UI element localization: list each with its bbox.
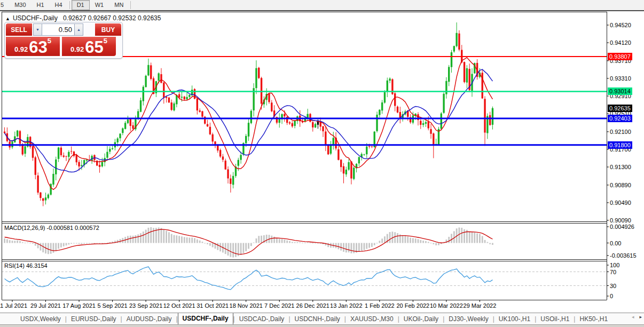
timeframe-button-h1[interactable]: H1 [32,0,50,10]
timeframe-button-m30[interactable]: M30 [9,0,31,10]
date-axis-label: 10 Mar 2022 [430,302,463,309]
date-axis-label: 11 Jul 2021 [0,302,27,309]
chart-tab-uk100[interactable]: UK100-,H1 [494,314,535,325]
tab-scroll-buttons: ◂ ▸ [632,314,642,320]
rsi-axis-label: 30 [610,283,616,289]
price-tick-label: 0.91300 [610,164,631,170]
buy-button[interactable]: BUY [95,23,121,36]
rsi-axis-label: 0 [610,293,613,299]
date-axis-label: 29 Jul 2021 [30,302,61,309]
date-axis-label: 31 Oct 2021 [197,302,229,309]
ohlc-values: 0.92627 0.92667 0.92532 0.92635 [63,14,161,22]
sell-price-main: 63 [29,39,47,55]
one-click-trade-panel: SELL ▼ 0.50 ▲ BUY 0.92 63 5 0.92 65 5 [4,22,123,59]
chart-tab-xauusd[interactable]: XAUUSD-,M30 [346,314,398,325]
chart-tab-usdcad[interactable]: USDCAD-,Daily [235,314,289,325]
chart-tab-usdchf[interactable]: USDCHF-,Daily [178,313,233,325]
rsi-indicator-label: RSI(14) 46.3154 [4,262,48,269]
price-tick-label: 0.94520 [610,22,631,28]
price-level-label-last-price: 0.92635 [608,105,632,112]
chart-title: ▲USDCHF-,Daily0.92627 0.92667 0.92532 0.… [5,14,161,22]
date-axis-label: 13 Jan 2022 [330,302,363,309]
chart-tab-hk50[interactable]: HK50-,H1 [575,314,612,325]
buy-price-button[interactable]: 0.92 65 5 [62,37,116,56]
buy-price-prefix: 0.92 [70,44,84,55]
price-level-label-resistance: 0.93807 [608,53,632,60]
sell-price-button[interactable]: 0.92 63 5 [6,37,60,56]
price-tick-label: 0.90490 [610,200,631,206]
macd-axis-label: 0.004926 [610,224,634,230]
date-axis-label: 20 Feb 2022 [396,302,429,309]
chart-tab-usoil[interactable]: USOil-,H1 [536,314,574,325]
chart-tab-dj30[interactable]: DJ30-,Weekly [444,314,492,325]
buy-price-pip: 5 [104,38,107,44]
volume-stepper: ▼ 0.50 ▲ [33,23,83,36]
sell-button[interactable]: SELL [6,23,32,36]
timeframe-button-d1[interactable]: D1 [72,0,90,10]
timeframe-toolbar: 5M30H1H4D1W1MN [0,0,644,11]
rsi-axis-label: 70 [610,269,616,275]
timeframe-button-5[interactable]: 5 [0,0,9,10]
toolbar-separator [69,1,70,9]
chart-tab-audusd[interactable]: AUDUSD-,Daily [122,314,176,325]
price-tick-label: 0.92100 [610,129,631,135]
chart-tab-usdcnh[interactable]: USDCNH-,Daily [290,314,344,325]
price-level-label-resistance: 0.93014 [608,87,632,95]
date-axis-label: 29 Mar 2022 [464,302,497,309]
symbol-period-label: USDCHF-,Daily [13,14,58,22]
price-tick-label: 0.90890 [610,182,631,188]
sell-price-pip: 5 [48,38,51,44]
date-axis-label: 5 Sep 2021 [97,302,127,309]
volume-decrease-icon[interactable]: ▼ [34,24,42,35]
price-tick-label: 0.94120 [610,39,631,46]
timeframe-button-h4[interactable]: H4 [50,0,68,10]
price-level-label-support: 0.91800 [608,141,632,149]
date-axis-label: 23 Sep 2021 [129,302,162,309]
timeframe-button-w1[interactable]: W1 [90,0,109,10]
date-axis-label: 1 Feb 2022 [365,302,395,309]
chart-tab-usdx[interactable]: USDX,Weekly [16,314,65,325]
date-axis-label: 18 Nov 2021 [230,302,263,309]
macd-indicator-label: MACD(12,26,9) -0.000581 0.000572 [4,225,99,231]
tab-scroll-left-icon[interactable]: ◂ [632,314,634,320]
volume-increase-icon[interactable]: ▲ [74,24,83,35]
sell-price-prefix: 0.92 [14,44,28,55]
trading-platform-window: 5M30H1H4D1W1MN ▲USDCHF-,Daily0.92627 0.9… [0,0,644,327]
buy-price-main: 65 [85,39,103,55]
window-status-strip [0,324,644,327]
tab-scroll-right-icon[interactable]: ▸ [639,314,642,320]
price-level-label-support: 0.92403 [608,115,632,122]
macd-axis-label: 0.00 [610,240,621,246]
timeframe-button-mn[interactable]: MN [109,0,129,10]
chart-tab-bar: USDX,Weekly|EURUSD-,Daily|AUDUSD-,Daily|… [0,313,644,325]
rsi-axis-label: 100 [610,262,619,268]
chart-window: ▲USDCHF-,Daily0.92627 0.92667 0.92532 0.… [0,11,644,327]
chart-tab-ukoil[interactable]: UKOil-,Daily [399,314,443,325]
macd-axis-label: -0.003615 [610,252,637,259]
toolbar-separator [130,1,131,9]
date-axis-label: 12 Oct 2021 [163,302,195,309]
date-axis-label: 7 Dec 2021 [264,302,294,309]
chart-tab-eurusd[interactable]: EURUSD-,Daily [67,314,121,325]
date-axis-label: 17 Aug 2021 [62,302,96,309]
collapse-arrow-icon[interactable]: ▲ [5,16,10,21]
price-tick-label: 0.90090 [610,217,631,224]
volume-value[interactable]: 0.50 [42,24,74,35]
price-tick-label: 0.93310 [610,75,631,82]
date-axis-label: 26 Dec 2021 [296,302,329,309]
